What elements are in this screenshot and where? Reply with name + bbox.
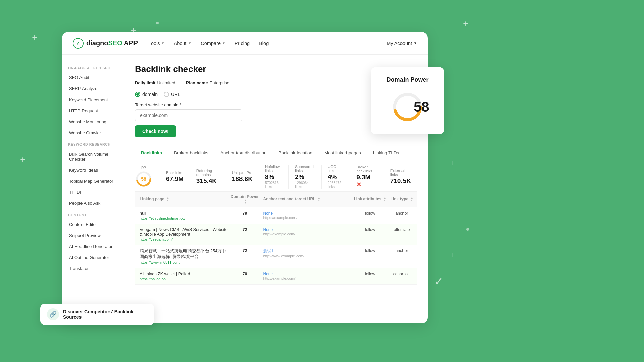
col-linking-page: Linking page ▲▼	[135, 197, 230, 202]
sidebar-item-seo-audit[interactable]: SEO Audit	[62, 72, 124, 83]
cell-link-type: anchor	[387, 248, 417, 253]
stat-broken: Broken backlinks 9.3M ✕	[350, 165, 384, 188]
sidebar-item-ai-outline[interactable]: AI Outline Generator	[62, 252, 124, 263]
check-now-button[interactable]: Check now!	[135, 125, 176, 137]
cell-link-type: alternate	[387, 227, 417, 232]
cell-link-attr: follow	[353, 248, 387, 253]
table-header: Linking page ▲▼ Domain Power ▲▼ Anchor t…	[135, 192, 417, 207]
col-domain-power: Domain Power ▲▼	[230, 194, 260, 204]
tab-broken-backlinks[interactable]: Broken backlinks	[168, 147, 214, 159]
app-logo: ✓ diagnoSEO APP	[73, 38, 138, 49]
tab-most-linked[interactable]: Most linked pages	[318, 147, 367, 159]
cell-link-type: anchor	[387, 211, 417, 216]
sidebar-item-keyword-ideas[interactable]: Keyword Ideas	[62, 165, 124, 176]
sidebar-item-tf-idf[interactable]: TF IDF	[62, 187, 124, 198]
tooltip-card: 🔗 Discover Competitors' Backlink Sources	[40, 304, 154, 325]
domain-power-card: Domain Power 58	[371, 67, 444, 134]
sidebar-section-content: CONTENT	[62, 209, 124, 219]
stat-referring-domains: Referring domains 315.4K	[190, 169, 226, 185]
navbar: ✓ diagnoSEO APP Tools ▼ About ▼ Compare …	[62, 32, 428, 55]
cell-link-type: canonical	[387, 272, 417, 276]
tabs-bar: Backlinks Broken backlinks Anchor text d…	[135, 147, 417, 159]
nav-tools[interactable]: Tools ▼	[149, 41, 165, 46]
daily-limit-value: Unlimited	[157, 80, 175, 85]
sidebar-item-http-request[interactable]: HTTP Request	[62, 105, 124, 116]
stat-ugc: UGC links 4% 2953472 links	[321, 165, 350, 189]
nav-blog[interactable]: Blog	[259, 41, 269, 46]
col-link-type: Link type ▲▼	[387, 197, 417, 202]
cell-link-attr: follow	[353, 272, 387, 276]
nav-compare[interactable]: Compare ▼	[201, 41, 225, 46]
table-row: Veegam | News CMS | AWS Services | Websi…	[135, 224, 417, 245]
nav-account[interactable]: My Account ▼	[387, 41, 417, 46]
tab-backlinks[interactable]: Backlinks	[135, 147, 168, 159]
nav-pricing[interactable]: Pricing	[235, 41, 250, 46]
link-icon: 🔗	[47, 308, 59, 320]
sidebar-item-keyword-placement[interactable]: Keyword Placement	[62, 94, 124, 105]
sidebar-item-ai-headline[interactable]: AI Headline Generator	[62, 241, 124, 252]
sidebar-item-website-monitoring[interactable]: Website Monitoring	[62, 116, 124, 127]
cell-linking-page: All things ZK wallet | Pallad https://pa…	[135, 272, 230, 281]
stats-row: DP 58 Backlinks 67.9M Referring domains	[135, 159, 417, 192]
dp-card-gauge: 58	[391, 90, 424, 124]
sidebar: ON-PAGE & TECH SEO SEO Audit SERP Analyz…	[62, 55, 124, 323]
cell-anchor: 测试1 http://www.example.com/	[260, 248, 354, 258]
col-anchor-url: Anchor text and target URL ▲▼	[260, 197, 354, 202]
sidebar-item-website-crawler[interactable]: Website Crawler	[62, 127, 124, 138]
daily-limit-label: Daily limit	[135, 80, 155, 85]
dp-card-title: Domain Power	[386, 76, 428, 83]
radio-domain-circle	[135, 92, 140, 97]
cell-linking-page: null https://ethicsline.hotmart.co/	[135, 211, 230, 220]
radio-domain[interactable]: domain	[135, 92, 158, 97]
nav-links: Tools ▼ About ▼ Compare ▼ Pricing Blog	[149, 41, 376, 46]
dp-card-number: 58	[414, 99, 429, 115]
col-link-attributes: Link attributes ▲▼	[353, 197, 387, 202]
cell-anchor: None http://example.com/	[260, 272, 354, 280]
logo-text: diagnoSEO APP	[86, 39, 138, 47]
radio-url[interactable]: URL	[164, 92, 180, 97]
sidebar-item-topical-map[interactable]: Topical Map Generator	[62, 176, 124, 187]
sidebar-item-people-also-ask[interactable]: People Also Ask	[62, 198, 124, 209]
sidebar-item-serp-analyzer[interactable]: SERP Analyzer	[62, 83, 124, 94]
dp-circle: 58	[135, 170, 152, 188]
stat-unique-ips: Unique IPs 188.6K	[226, 171, 259, 183]
cell-domain-power: 72	[230, 227, 260, 232]
stat-external: External links 710.5K	[384, 169, 417, 185]
tab-backlink-location[interactable]: Backlink location	[272, 147, 318, 159]
table-row: 腾果智慧—一站式跨境电商交易平台 254万中国商家出海选择_腾果跨境平台 htt…	[135, 245, 417, 268]
cell-domain-power: 72	[230, 248, 260, 253]
tab-linking-tlds[interactable]: Linking TLDs	[367, 147, 406, 159]
tab-anchor-text[interactable]: Anchor text distribution	[214, 147, 272, 159]
cell-anchor: None https://example.com/	[260, 211, 354, 220]
logo-icon: ✓	[73, 38, 84, 49]
sidebar-item-translator[interactable]: Translator	[62, 263, 124, 274]
domain-input[interactable]	[135, 109, 242, 121]
stat-backlinks: Backlinks 67.9M	[160, 171, 190, 183]
cell-domain-power: 79	[230, 211, 260, 216]
sidebar-item-snippet-preview[interactable]: Snippet Preview	[62, 230, 124, 241]
stat-sponsored: Sponsored links 2% 1296064 links	[288, 165, 321, 189]
sidebar-section-keyword: KEYWORD RESEARCH	[62, 138, 124, 148]
sidebar-section-onpage: ON-PAGE & TECH SEO	[62, 62, 124, 72]
radio-url-circle	[164, 92, 169, 97]
stat-nofollow: Nofollow links 8% 5702816 links	[259, 165, 288, 189]
dp-circle-wrap: DP 58	[135, 166, 152, 188]
table-row: All things ZK wallet | Pallad https://pa…	[135, 268, 417, 285]
plan-name-label: Plan name	[186, 80, 208, 85]
sidebar-item-content-editor[interactable]: Content Editor	[62, 219, 124, 230]
plan-name-value: Enterprise	[210, 80, 229, 85]
table-body: null https://ethicsline.hotmart.co/ 79 N…	[135, 207, 417, 285]
tooltip-text: Discover Competitors' Backlink Sources	[63, 309, 148, 320]
cell-domain-power: 70	[230, 272, 260, 276]
nav-about[interactable]: About ▼	[174, 41, 192, 46]
cell-anchor: None http://example.com/	[260, 227, 354, 236]
cell-link-attr: follow	[353, 227, 387, 232]
cell-link-attr: follow	[353, 211, 387, 216]
cell-linking-page: 腾果智慧—一站式跨境电商交易平台 254万中国商家出海选择_腾果跨境平台 htt…	[135, 248, 230, 264]
cell-linking-page: Veegam | News CMS | AWS Services | Websi…	[135, 227, 230, 241]
table-row: null https://ethicsline.hotmart.co/ 79 N…	[135, 207, 417, 224]
sidebar-item-bulk-search[interactable]: Bulk Search Volume Checker	[62, 148, 124, 165]
